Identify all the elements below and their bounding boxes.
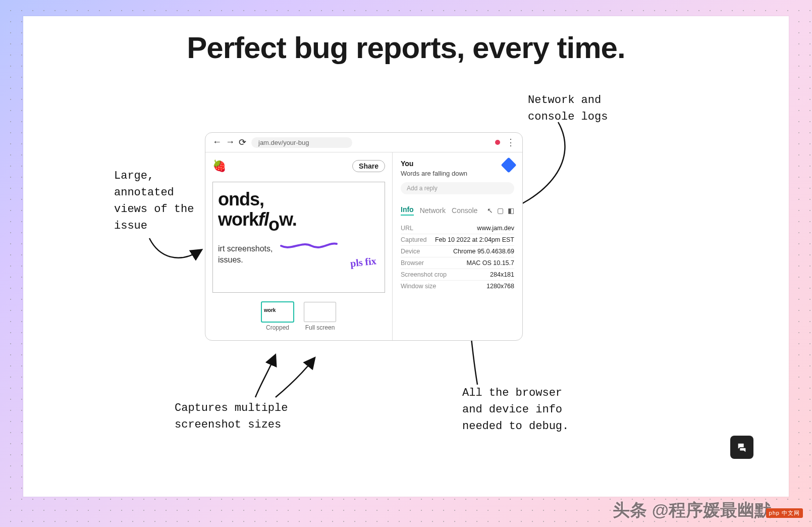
watermark-text: 头条 @程序媛最幽默	[613, 499, 772, 522]
thumb-fullscreen-image	[304, 302, 336, 322]
comment-text: Words are falling down	[401, 170, 467, 177]
browser-toolbar: ← → ⟳ jam.dev/your-bug ⋮	[205, 133, 522, 152]
forward-icon[interactable]: →	[226, 137, 235, 148]
info-row: BrowserMAC OS 10.15.7	[401, 257, 514, 269]
annotation-right: Network and console logs	[528, 92, 608, 125]
page-title: Perfect bug reports, every time.	[23, 31, 789, 65]
annotation-bottom-left: Captures multiple screenshot sizes	[175, 400, 288, 433]
thumb-fullscreen[interactable]: Full screen	[304, 302, 336, 331]
strawberry-icon: 🍓	[212, 160, 226, 173]
tab-network[interactable]: Network	[420, 206, 446, 215]
tab-info[interactable]: Info	[401, 205, 414, 216]
back-icon[interactable]: ←	[212, 137, 222, 148]
annotation-bottom-right: All the browser and device info needed t…	[462, 385, 569, 435]
screenshot-text-line2w: w.	[279, 209, 297, 230]
url-bar[interactable]: jam.dev/your-bug	[251, 137, 352, 148]
stage: Perfect bug reports, every time. Large, …	[23, 16, 789, 497]
screenshot-text-line2fl: fl	[258, 209, 268, 230]
comment-author: You	[401, 160, 467, 168]
split-view-icon[interactable]: ◧	[508, 206, 514, 215]
thumb-cropped[interactable]: Cropped	[261, 302, 294, 331]
thumb-fullscreen-label: Full screen	[305, 324, 335, 331]
watermark-badge: php 中文网	[766, 508, 803, 518]
thumbnail-row: Cropped Full screen	[212, 302, 385, 331]
screenshot-text-line2a: work	[218, 209, 258, 230]
window-outline-icon[interactable]: ▢	[497, 206, 504, 215]
chat-fab-button[interactable]	[730, 436, 753, 459]
annotation-left: Large, annotated views of the issue	[114, 168, 215, 234]
browser-window: ← → ⟳ jam.dev/your-bug ⋮ 🍓 Share onds,	[205, 132, 523, 341]
info-row: DeviceChrome 95.0.4638.69	[401, 245, 514, 257]
thumb-cropped-label: Cropped	[266, 324, 289, 331]
info-row: URLwww.jam.dev	[401, 223, 514, 234]
reload-icon[interactable]: ⟳	[239, 137, 246, 148]
integration-jira-icon[interactable]	[501, 157, 516, 173]
extension-dot-icon[interactable]	[495, 140, 500, 145]
info-row: CapturedFeb 10 2022 at 2:04pm EST	[401, 234, 514, 245]
reply-input[interactable]: Add a reply	[401, 182, 514, 194]
cursor-arrow-icon[interactable]: ↖	[487, 206, 493, 215]
kebab-menu-icon[interactable]: ⋮	[506, 137, 515, 148]
thumb-cropped-image	[261, 302, 294, 322]
screenshot-frame[interactable]: onds, workflow. irt screenshots, issues.…	[212, 182, 385, 293]
screenshot-text-line1: onds,	[218, 189, 264, 209]
details-pane: You Words are falling down Add a reply I…	[392, 152, 522, 340]
info-row: Screenshot crop284x181	[401, 269, 514, 280]
detail-tabs: Info Network Console ↖ ▢ ◧	[401, 205, 514, 216]
info-row: Window size1280x768	[401, 280, 514, 292]
handwritten-note: pls fix	[350, 255, 377, 269]
tab-console[interactable]: Console	[452, 206, 477, 215]
screenshot-pane: 🍓 Share onds, workflow. irt screenshots,…	[205, 152, 392, 340]
screenshot-text-line2o: o	[268, 215, 279, 235]
chat-bubbles-icon	[736, 442, 747, 453]
share-button[interactable]: Share	[352, 160, 385, 172]
info-table: URLwww.jam.dev CapturedFeb 10 2022 at 2:…	[401, 223, 514, 292]
squiggle-annotation-icon	[279, 237, 339, 252]
